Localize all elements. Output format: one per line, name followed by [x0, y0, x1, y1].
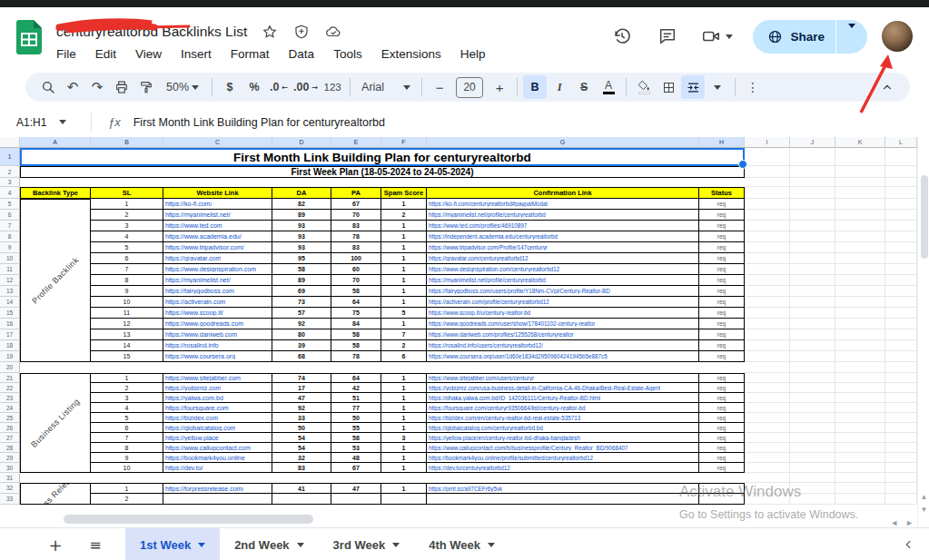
website-link-cell[interactable]: https://www.academia.edu/ — [163, 231, 272, 242]
menu-insert[interactable]: Insert — [181, 47, 212, 61]
empty-cell[interactable] — [790, 275, 835, 286]
row-header-32[interactable]: 32 — [0, 483, 20, 494]
status-cell[interactable]: req — [699, 373, 745, 383]
empty-cell[interactable] — [790, 362, 835, 373]
empty-cell[interactable] — [885, 231, 917, 242]
website-link-cell[interactable]: https://www.goodreads.com — [163, 319, 272, 329]
confirmation-link[interactable]: https://myanimelist.net/profile/centuryr… — [429, 277, 546, 283]
sl-cell[interactable]: 4 — [91, 231, 163, 242]
empty-cell[interactable] — [745, 453, 790, 463]
da-cell[interactable]: 89 — [272, 275, 331, 286]
status-cell[interactable]: req — [699, 286, 745, 297]
confirmation-link-cell[interactable]: https://www.ted.com/profiles/46910897 — [427, 221, 699, 231]
status-cell[interactable]: req — [699, 433, 745, 443]
spam-score-cell[interactable]: 6 — [381, 351, 427, 362]
confirmation-link-cell[interactable]: https://www.designspiration.com/centuryr… — [427, 264, 699, 275]
table-header-backlink-type[interactable]: Backlink Type — [20, 187, 91, 199]
status-cell[interactable]: req — [699, 383, 745, 393]
column-header-A[interactable]: A — [20, 137, 91, 148]
empty-cell[interactable] — [790, 329, 835, 340]
da-cell[interactable]: 69 — [272, 286, 331, 297]
pa-cell[interactable]: 47 — [331, 483, 381, 494]
empty-cell[interactable] — [790, 231, 835, 242]
empty-cell[interactable] — [835, 166, 885, 178]
row-header-33[interactable]: 33 — [0, 494, 20, 505]
sl-cell[interactable]: 2 — [91, 494, 163, 505]
empty-cell[interactable] — [745, 264, 790, 275]
row-header-15[interactable]: 15 — [0, 308, 20, 319]
confirmation-link[interactable]: https://www.sitejabber.com/users/century… — [429, 375, 534, 381]
undo-icon[interactable]: ↶ — [61, 75, 84, 99]
empty-cell[interactable] — [835, 178, 885, 187]
empty-cell[interactable] — [835, 187, 885, 199]
empty-cell[interactable] — [835, 351, 885, 362]
empty-cell[interactable] — [835, 393, 885, 403]
empty-cell[interactable] — [745, 433, 790, 443]
scroll-down-icon[interactable]: ▼ — [920, 506, 928, 514]
empty-cell[interactable] — [835, 373, 885, 383]
column-header-F[interactable]: F — [381, 137, 427, 148]
add-sheet-button[interactable]: + — [42, 531, 69, 558]
menu-extensions[interactable]: Extensions — [381, 47, 441, 61]
spam-score-cell[interactable]: 1 — [381, 383, 427, 393]
empty-cell[interactable] — [885, 473, 917, 483]
text-color-button[interactable]: A — [597, 75, 620, 99]
confirmation-link[interactable]: https://www.scoop.it/u/century-realtor-b… — [429, 309, 530, 316]
fill-color-button[interactable] — [632, 75, 656, 99]
website-link-cell[interactable]: https://www.coursera.org — [163, 351, 272, 362]
website-link[interactable]: https://myanimelist.net/ — [165, 277, 231, 283]
redo-icon[interactable]: ↷ — [85, 75, 109, 99]
row-header-13[interactable]: 13 — [0, 286, 20, 297]
website-link[interactable]: https://www.coursera.org — [165, 353, 235, 359]
website-link-cell[interactable]: https://yalwa.com.bd — [163, 393, 272, 403]
empty-cell[interactable] — [745, 413, 790, 423]
da-cell[interactable]: 41 — [272, 483, 331, 494]
status-cell[interactable]: req — [699, 413, 745, 423]
empty-cell[interactable] — [745, 178, 790, 187]
name-box[interactable]: A1:H1 — [0, 116, 84, 129]
empty-cell[interactable] — [272, 178, 331, 187]
status-cell[interactable]: req — [699, 308, 745, 319]
menu-format[interactable]: Format — [231, 47, 270, 61]
sl-cell[interactable]: 9 — [91, 453, 163, 463]
status-cell[interactable]: req — [699, 340, 745, 351]
bold-button[interactable]: B — [523, 75, 547, 99]
merge-caret-icon[interactable] — [706, 75, 729, 99]
confirmation-link[interactable]: https://www.tripadvisor.com/Profile/147c… — [429, 244, 548, 251]
sl-cell[interactable]: 7 — [91, 433, 163, 443]
da-cell[interactable]: 57 — [272, 308, 331, 319]
empty-cell[interactable] — [885, 329, 917, 340]
empty-cell[interactable] — [835, 221, 885, 231]
empty-cell[interactable] — [790, 210, 835, 221]
empty-cell[interactable] — [835, 362, 885, 373]
website-link-cell[interactable]: https://ko-fi.com/ — [163, 199, 272, 210]
pa-cell[interactable]: 58 — [331, 340, 381, 351]
empty-cell[interactable] — [745, 253, 790, 264]
empty-cell[interactable] — [790, 199, 835, 210]
menu-edit[interactable]: Edit — [95, 47, 116, 61]
spam-score-cell[interactable]: 1 — [381, 221, 427, 231]
table-header-status[interactable]: Status — [699, 187, 745, 199]
grid-corner[interactable] — [0, 137, 20, 148]
sl-cell[interactable]: 1 — [91, 373, 163, 383]
row-header-29[interactable]: 29 — [0, 453, 20, 463]
table-header-confirmation-link[interactable]: Confirmation Link — [427, 187, 699, 199]
pa-cell[interactable] — [331, 494, 381, 505]
row-header-27[interactable]: 27 — [0, 433, 20, 443]
sl-cell[interactable]: 15 — [91, 351, 163, 362]
empty-cell[interactable] — [790, 383, 835, 393]
tab-4th-week[interactable]: 4th Week — [414, 528, 509, 560]
confirmation-link[interactable]: https://bizidex.com/en/century-realtor-b… — [429, 415, 580, 421]
empty-cell[interactable] — [163, 362, 272, 373]
website-link-cell[interactable]: https://www.sitejabber.com — [163, 373, 272, 383]
row-header-23[interactable]: 23 — [0, 393, 20, 403]
empty-cell[interactable] — [885, 286, 917, 297]
website-link-cell[interactable]: https://yobizniz.com — [163, 383, 272, 393]
pa-cell[interactable]: 53 — [331, 443, 381, 453]
row-header-10[interactable]: 10 — [0, 253, 20, 264]
status-cell[interactable]: req — [699, 403, 745, 413]
website-link-cell[interactable]: https://www.callupcontact.com — [163, 443, 272, 453]
column-header-D[interactable]: D — [272, 137, 331, 148]
empty-cell[interactable] — [790, 286, 835, 297]
empty-cell[interactable] — [790, 351, 835, 362]
